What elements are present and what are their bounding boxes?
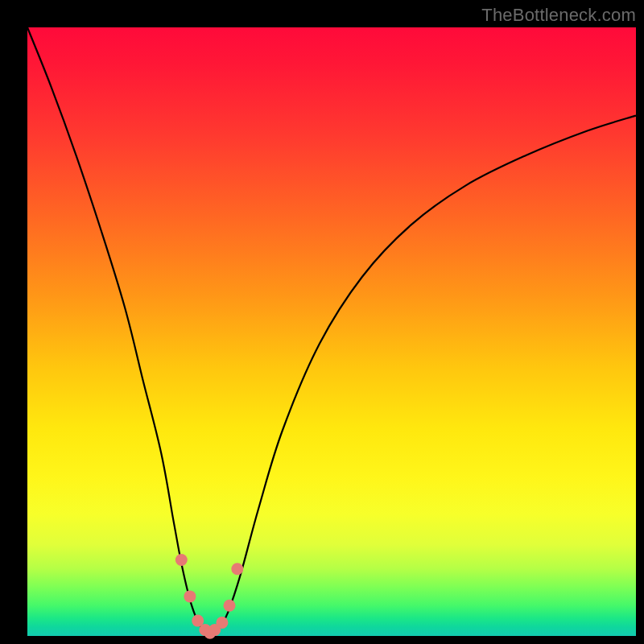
curve-group (27, 27, 636, 633)
marker-point (184, 590, 196, 602)
chart-frame: TheBottleneck.com (0, 0, 644, 644)
plot-area (27, 27, 636, 636)
marker-point (231, 563, 243, 575)
bottleneck-curve (27, 27, 636, 633)
marker-point (175, 554, 188, 566)
marker-point (224, 600, 236, 612)
chart-svg (27, 27, 636, 636)
marker-point (216, 617, 228, 629)
watermark-text: TheBottleneck.com (481, 5, 636, 26)
